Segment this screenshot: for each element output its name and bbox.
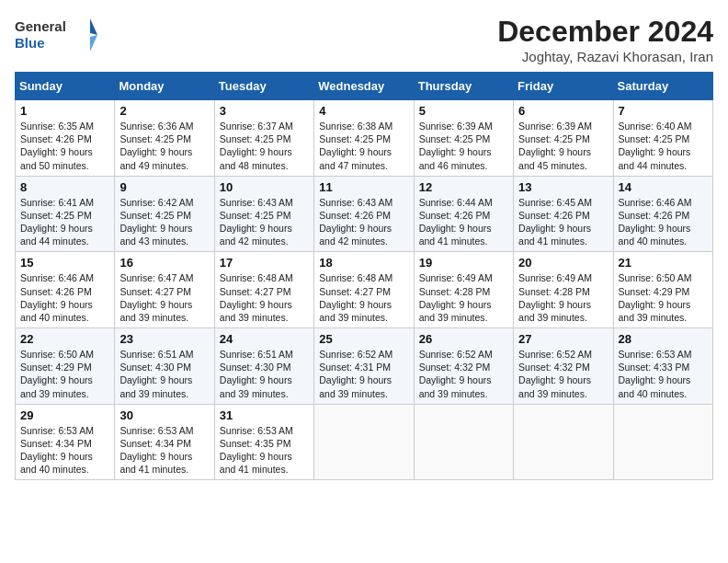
day-number: 28	[619, 332, 708, 346]
weekday-header: Wednesday	[314, 73, 414, 100]
day-number: 11	[319, 180, 408, 194]
calendar-day-cell: 16 Sunrise: 6:47 AMSunset: 4:27 PMDaylig…	[115, 252, 214, 328]
day-number: 23	[119, 332, 209, 346]
day-info: Sunrise: 6:44 AMSunset: 4:26 PMDaylight:…	[419, 197, 493, 247]
day-info: Sunrise: 6:49 AMSunset: 4:28 PMDaylight:…	[419, 272, 493, 323]
day-info: Sunrise: 6:53 AMSunset: 4:34 PMDaylight:…	[119, 425, 193, 476]
calendar-day-cell: 10 Sunrise: 6:43 AMSunset: 4:25 PMDaylig…	[214, 176, 313, 252]
calendar-week-row: 1 Sunrise: 6:35 AMSunset: 4:26 PMDayligh…	[16, 100, 713, 177]
calendar-day-cell: 25 Sunrise: 6:52 AMSunset: 4:31 PMDaylig…	[314, 328, 414, 405]
calendar-day-cell: 11 Sunrise: 6:43 AMSunset: 4:26 PMDaylig…	[314, 176, 414, 252]
day-number: 8	[20, 180, 109, 194]
day-number: 25	[319, 332, 408, 346]
calendar-day-cell: 29 Sunrise: 6:53 AMSunset: 4:34 PMDaylig…	[16, 404, 115, 480]
day-info: Sunrise: 6:51 AMSunset: 4:30 PMDaylight:…	[220, 349, 293, 399]
calendar-day-cell: 3 Sunrise: 6:37 AMSunset: 4:25 PMDayligh…	[214, 100, 313, 177]
weekday-header: Saturday	[613, 73, 712, 100]
svg-marker-2	[90, 18, 97, 35]
calendar-day-cell: 7 Sunrise: 6:40 AMSunset: 4:25 PMDayligh…	[613, 100, 712, 177]
day-info: Sunrise: 6:46 AMSunset: 4:26 PMDaylight:…	[20, 272, 94, 323]
calendar-day-cell	[314, 404, 414, 480]
day-info: Sunrise: 6:38 AMSunset: 4:25 PMDaylight:…	[319, 121, 392, 171]
day-info: Sunrise: 6:40 AMSunset: 4:25 PMDaylight:…	[619, 121, 692, 171]
day-info: Sunrise: 6:36 AMSunset: 4:25 PMDaylight:…	[119, 121, 193, 171]
day-info: Sunrise: 6:52 AMSunset: 4:32 PMDaylight:…	[518, 349, 592, 399]
calendar-day-cell: 30 Sunrise: 6:53 AMSunset: 4:34 PMDaylig…	[115, 404, 214, 480]
calendar-day-cell: 24 Sunrise: 6:51 AMSunset: 4:30 PMDaylig…	[214, 328, 313, 405]
calendar-day-cell: 13 Sunrise: 6:45 AMSunset: 4:26 PMDaylig…	[514, 176, 613, 252]
day-number: 27	[518, 332, 608, 346]
day-number: 19	[419, 256, 508, 270]
calendar-day-cell: 18 Sunrise: 6:48 AMSunset: 4:27 PMDaylig…	[314, 252, 414, 328]
calendar-day-cell	[514, 404, 613, 480]
calendar-day-cell: 5 Sunrise: 6:39 AMSunset: 4:25 PMDayligh…	[414, 100, 513, 177]
day-number: 13	[518, 180, 608, 194]
day-info: Sunrise: 6:39 AMSunset: 4:25 PMDaylight:…	[518, 121, 592, 171]
day-number: 24	[220, 332, 309, 346]
weekday-header: Friday	[514, 73, 613, 100]
day-number: 1	[20, 104, 109, 118]
svg-marker-3	[90, 35, 97, 52]
calendar-day-cell: 31 Sunrise: 6:53 AMSunset: 4:35 PMDaylig…	[214, 404, 313, 480]
calendar-week-row: 29 Sunrise: 6:53 AMSunset: 4:34 PMDaylig…	[16, 404, 713, 480]
calendar-week-row: 22 Sunrise: 6:50 AMSunset: 4:29 PMDaylig…	[16, 328, 713, 405]
weekday-header-row: SundayMondayTuesdayWednesdayThursdayFrid…	[16, 73, 713, 100]
calendar-day-cell: 9 Sunrise: 6:42 AMSunset: 4:25 PMDayligh…	[115, 176, 214, 252]
day-number: 12	[419, 180, 508, 194]
calendar-day-cell: 22 Sunrise: 6:50 AMSunset: 4:29 PMDaylig…	[16, 328, 115, 405]
day-number: 17	[220, 256, 309, 270]
day-info: Sunrise: 6:47 AMSunset: 4:27 PMDaylight:…	[119, 272, 193, 323]
calendar-day-cell: 1 Sunrise: 6:35 AMSunset: 4:26 PMDayligh…	[16, 100, 115, 177]
calendar-table: SundayMondayTuesdayWednesdayThursdayFrid…	[15, 72, 713, 480]
day-info: Sunrise: 6:43 AMSunset: 4:25 PMDaylight:…	[220, 197, 293, 247]
day-info: Sunrise: 6:39 AMSunset: 4:25 PMDaylight:…	[419, 121, 493, 171]
day-info: Sunrise: 6:53 AMSunset: 4:34 PMDaylight:…	[20, 425, 94, 476]
day-info: Sunrise: 6:45 AMSunset: 4:26 PMDaylight:…	[518, 197, 592, 247]
day-info: Sunrise: 6:52 AMSunset: 4:32 PMDaylight:…	[419, 349, 493, 399]
day-number: 9	[119, 180, 209, 194]
day-info: Sunrise: 6:53 AMSunset: 4:33 PMDaylight:…	[619, 349, 692, 399]
day-number: 5	[419, 104, 508, 118]
day-info: Sunrise: 6:48 AMSunset: 4:27 PMDaylight:…	[319, 272, 392, 323]
calendar-day-cell: 15 Sunrise: 6:46 AMSunset: 4:26 PMDaylig…	[16, 252, 115, 328]
day-number: 15	[20, 256, 109, 270]
calendar-day-cell: 21 Sunrise: 6:50 AMSunset: 4:29 PMDaylig…	[613, 252, 712, 328]
day-number: 6	[518, 104, 608, 118]
day-number: 31	[220, 408, 309, 422]
day-info: Sunrise: 6:46 AMSunset: 4:26 PMDaylight:…	[619, 197, 692, 247]
day-info: Sunrise: 6:50 AMSunset: 4:29 PMDaylight:…	[20, 349, 94, 399]
day-number: 10	[220, 180, 309, 194]
weekday-header: Monday	[115, 73, 214, 100]
page-subtitle: Joghtay, Razavi Khorasan, Iran	[497, 49, 713, 64]
calendar-day-cell: 14 Sunrise: 6:46 AMSunset: 4:26 PMDaylig…	[613, 176, 712, 252]
calendar-day-cell: 28 Sunrise: 6:53 AMSunset: 4:33 PMDaylig…	[613, 328, 712, 405]
day-number: 20	[518, 256, 608, 270]
day-number: 22	[20, 332, 109, 346]
logo-svg: General Blue	[15, 15, 97, 55]
day-number: 16	[119, 256, 209, 270]
day-info: Sunrise: 6:43 AMSunset: 4:26 PMDaylight:…	[319, 197, 392, 247]
day-info: Sunrise: 6:49 AMSunset: 4:28 PMDaylight:…	[518, 272, 592, 323]
calendar-day-cell: 26 Sunrise: 6:52 AMSunset: 4:32 PMDaylig…	[414, 328, 513, 405]
day-number: 4	[319, 104, 408, 118]
svg-text:Blue: Blue	[15, 35, 45, 51]
day-number: 2	[119, 104, 209, 118]
weekday-header: Tuesday	[214, 73, 313, 100]
calendar-day-cell: 8 Sunrise: 6:41 AMSunset: 4:25 PMDayligh…	[16, 176, 115, 252]
page-header: General Blue December 2024 Joghtay, Raza…	[15, 15, 713, 64]
day-info: Sunrise: 6:50 AMSunset: 4:29 PMDaylight:…	[619, 272, 692, 323]
calendar-day-cell: 19 Sunrise: 6:49 AMSunset: 4:28 PMDaylig…	[414, 252, 513, 328]
day-number: 7	[619, 104, 708, 118]
calendar-day-cell: 2 Sunrise: 6:36 AMSunset: 4:25 PMDayligh…	[115, 100, 214, 177]
weekday-header: Sunday	[16, 73, 115, 100]
calendar-week-row: 8 Sunrise: 6:41 AMSunset: 4:25 PMDayligh…	[16, 176, 713, 252]
calendar-day-cell: 4 Sunrise: 6:38 AMSunset: 4:25 PMDayligh…	[314, 100, 414, 177]
day-info: Sunrise: 6:51 AMSunset: 4:30 PMDaylight:…	[119, 349, 193, 399]
calendar-day-cell: 12 Sunrise: 6:44 AMSunset: 4:26 PMDaylig…	[414, 176, 513, 252]
day-info: Sunrise: 6:35 AMSunset: 4:26 PMDaylight:…	[20, 121, 94, 171]
calendar-day-cell: 27 Sunrise: 6:52 AMSunset: 4:32 PMDaylig…	[514, 328, 613, 405]
calendar-day-cell: 17 Sunrise: 6:48 AMSunset: 4:27 PMDaylig…	[214, 252, 313, 328]
day-info: Sunrise: 6:37 AMSunset: 4:25 PMDaylight:…	[220, 121, 293, 171]
day-number: 29	[20, 408, 109, 422]
calendar-day-cell: 23 Sunrise: 6:51 AMSunset: 4:30 PMDaylig…	[115, 328, 214, 405]
